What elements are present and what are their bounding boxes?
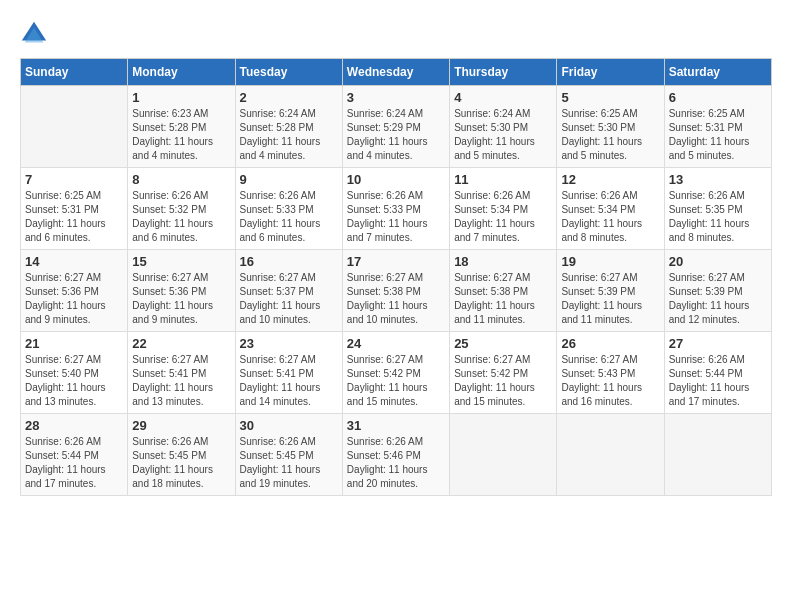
calendar-cell: 12Sunrise: 6:26 AM Sunset: 5:34 PM Dayli… bbox=[557, 168, 664, 250]
day-info: Sunrise: 6:26 AM Sunset: 5:33 PM Dayligh… bbox=[347, 189, 445, 245]
day-number: 11 bbox=[454, 172, 552, 187]
weekday-header-saturday: Saturday bbox=[664, 59, 771, 86]
day-number: 30 bbox=[240, 418, 338, 433]
calendar-cell: 8Sunrise: 6:26 AM Sunset: 5:32 PM Daylig… bbox=[128, 168, 235, 250]
day-info: Sunrise: 6:26 AM Sunset: 5:34 PM Dayligh… bbox=[561, 189, 659, 245]
day-info: Sunrise: 6:26 AM Sunset: 5:44 PM Dayligh… bbox=[25, 435, 123, 491]
day-info: Sunrise: 6:27 AM Sunset: 5:39 PM Dayligh… bbox=[561, 271, 659, 327]
day-info: Sunrise: 6:27 AM Sunset: 5:41 PM Dayligh… bbox=[132, 353, 230, 409]
day-number: 22 bbox=[132, 336, 230, 351]
day-number: 26 bbox=[561, 336, 659, 351]
calendar-cell: 11Sunrise: 6:26 AM Sunset: 5:34 PM Dayli… bbox=[450, 168, 557, 250]
day-number: 5 bbox=[561, 90, 659, 105]
calendar-cell: 29Sunrise: 6:26 AM Sunset: 5:45 PM Dayli… bbox=[128, 414, 235, 496]
calendar-cell: 21Sunrise: 6:27 AM Sunset: 5:40 PM Dayli… bbox=[21, 332, 128, 414]
calendar-table: SundayMondayTuesdayWednesdayThursdayFrid… bbox=[20, 58, 772, 496]
logo bbox=[20, 20, 52, 48]
page-header bbox=[20, 20, 772, 48]
day-number: 15 bbox=[132, 254, 230, 269]
calendar-cell: 3Sunrise: 6:24 AM Sunset: 5:29 PM Daylig… bbox=[342, 86, 449, 168]
day-number: 3 bbox=[347, 90, 445, 105]
calendar-cell: 23Sunrise: 6:27 AM Sunset: 5:41 PM Dayli… bbox=[235, 332, 342, 414]
day-number: 8 bbox=[132, 172, 230, 187]
day-number: 20 bbox=[669, 254, 767, 269]
calendar-cell bbox=[450, 414, 557, 496]
weekday-header-wednesday: Wednesday bbox=[342, 59, 449, 86]
day-info: Sunrise: 6:23 AM Sunset: 5:28 PM Dayligh… bbox=[132, 107, 230, 163]
day-info: Sunrise: 6:27 AM Sunset: 5:40 PM Dayligh… bbox=[25, 353, 123, 409]
day-number: 1 bbox=[132, 90, 230, 105]
day-info: Sunrise: 6:27 AM Sunset: 5:36 PM Dayligh… bbox=[25, 271, 123, 327]
day-info: Sunrise: 6:25 AM Sunset: 5:31 PM Dayligh… bbox=[25, 189, 123, 245]
calendar-cell: 7Sunrise: 6:25 AM Sunset: 5:31 PM Daylig… bbox=[21, 168, 128, 250]
day-number: 25 bbox=[454, 336, 552, 351]
logo-icon bbox=[20, 20, 48, 48]
calendar-cell: 10Sunrise: 6:26 AM Sunset: 5:33 PM Dayli… bbox=[342, 168, 449, 250]
weekday-header-row: SundayMondayTuesdayWednesdayThursdayFrid… bbox=[21, 59, 772, 86]
day-info: Sunrise: 6:26 AM Sunset: 5:33 PM Dayligh… bbox=[240, 189, 338, 245]
day-info: Sunrise: 6:27 AM Sunset: 5:38 PM Dayligh… bbox=[347, 271, 445, 327]
calendar-cell: 31Sunrise: 6:26 AM Sunset: 5:46 PM Dayli… bbox=[342, 414, 449, 496]
day-info: Sunrise: 6:26 AM Sunset: 5:45 PM Dayligh… bbox=[132, 435, 230, 491]
calendar-cell: 28Sunrise: 6:26 AM Sunset: 5:44 PM Dayli… bbox=[21, 414, 128, 496]
day-number: 19 bbox=[561, 254, 659, 269]
day-info: Sunrise: 6:24 AM Sunset: 5:30 PM Dayligh… bbox=[454, 107, 552, 163]
calendar-body: 1Sunrise: 6:23 AM Sunset: 5:28 PM Daylig… bbox=[21, 86, 772, 496]
day-info: Sunrise: 6:27 AM Sunset: 5:41 PM Dayligh… bbox=[240, 353, 338, 409]
day-info: Sunrise: 6:26 AM Sunset: 5:46 PM Dayligh… bbox=[347, 435, 445, 491]
calendar-cell: 5Sunrise: 6:25 AM Sunset: 5:30 PM Daylig… bbox=[557, 86, 664, 168]
calendar-cell: 9Sunrise: 6:26 AM Sunset: 5:33 PM Daylig… bbox=[235, 168, 342, 250]
day-info: Sunrise: 6:27 AM Sunset: 5:42 PM Dayligh… bbox=[454, 353, 552, 409]
calendar-cell: 2Sunrise: 6:24 AM Sunset: 5:28 PM Daylig… bbox=[235, 86, 342, 168]
day-number: 10 bbox=[347, 172, 445, 187]
day-info: Sunrise: 6:24 AM Sunset: 5:29 PM Dayligh… bbox=[347, 107, 445, 163]
day-info: Sunrise: 6:27 AM Sunset: 5:37 PM Dayligh… bbox=[240, 271, 338, 327]
calendar-cell: 24Sunrise: 6:27 AM Sunset: 5:42 PM Dayli… bbox=[342, 332, 449, 414]
calendar-week-row: 21Sunrise: 6:27 AM Sunset: 5:40 PM Dayli… bbox=[21, 332, 772, 414]
day-info: Sunrise: 6:27 AM Sunset: 5:36 PM Dayligh… bbox=[132, 271, 230, 327]
day-info: Sunrise: 6:24 AM Sunset: 5:28 PM Dayligh… bbox=[240, 107, 338, 163]
day-info: Sunrise: 6:26 AM Sunset: 5:45 PM Dayligh… bbox=[240, 435, 338, 491]
weekday-header-monday: Monday bbox=[128, 59, 235, 86]
day-info: Sunrise: 6:25 AM Sunset: 5:31 PM Dayligh… bbox=[669, 107, 767, 163]
calendar-header: SundayMondayTuesdayWednesdayThursdayFrid… bbox=[21, 59, 772, 86]
day-number: 4 bbox=[454, 90, 552, 105]
calendar-week-row: 7Sunrise: 6:25 AM Sunset: 5:31 PM Daylig… bbox=[21, 168, 772, 250]
calendar-cell: 26Sunrise: 6:27 AM Sunset: 5:43 PM Dayli… bbox=[557, 332, 664, 414]
calendar-cell: 20Sunrise: 6:27 AM Sunset: 5:39 PM Dayli… bbox=[664, 250, 771, 332]
day-number: 16 bbox=[240, 254, 338, 269]
day-info: Sunrise: 6:26 AM Sunset: 5:32 PM Dayligh… bbox=[132, 189, 230, 245]
day-number: 12 bbox=[561, 172, 659, 187]
day-number: 27 bbox=[669, 336, 767, 351]
day-info: Sunrise: 6:27 AM Sunset: 5:39 PM Dayligh… bbox=[669, 271, 767, 327]
day-number: 18 bbox=[454, 254, 552, 269]
day-number: 21 bbox=[25, 336, 123, 351]
calendar-cell: 14Sunrise: 6:27 AM Sunset: 5:36 PM Dayli… bbox=[21, 250, 128, 332]
day-number: 23 bbox=[240, 336, 338, 351]
weekday-header-friday: Friday bbox=[557, 59, 664, 86]
day-info: Sunrise: 6:26 AM Sunset: 5:44 PM Dayligh… bbox=[669, 353, 767, 409]
calendar-cell: 16Sunrise: 6:27 AM Sunset: 5:37 PM Dayli… bbox=[235, 250, 342, 332]
calendar-cell: 27Sunrise: 6:26 AM Sunset: 5:44 PM Dayli… bbox=[664, 332, 771, 414]
calendar-cell bbox=[557, 414, 664, 496]
calendar-cell: 22Sunrise: 6:27 AM Sunset: 5:41 PM Dayli… bbox=[128, 332, 235, 414]
day-info: Sunrise: 6:27 AM Sunset: 5:42 PM Dayligh… bbox=[347, 353, 445, 409]
day-number: 17 bbox=[347, 254, 445, 269]
day-number: 14 bbox=[25, 254, 123, 269]
day-number: 7 bbox=[25, 172, 123, 187]
calendar-cell bbox=[21, 86, 128, 168]
calendar-cell: 17Sunrise: 6:27 AM Sunset: 5:38 PM Dayli… bbox=[342, 250, 449, 332]
calendar-cell: 6Sunrise: 6:25 AM Sunset: 5:31 PM Daylig… bbox=[664, 86, 771, 168]
calendar-cell: 4Sunrise: 6:24 AM Sunset: 5:30 PM Daylig… bbox=[450, 86, 557, 168]
weekday-header-tuesday: Tuesday bbox=[235, 59, 342, 86]
day-info: Sunrise: 6:26 AM Sunset: 5:34 PM Dayligh… bbox=[454, 189, 552, 245]
calendar-cell: 25Sunrise: 6:27 AM Sunset: 5:42 PM Dayli… bbox=[450, 332, 557, 414]
day-number: 31 bbox=[347, 418, 445, 433]
day-number: 9 bbox=[240, 172, 338, 187]
calendar-cell: 1Sunrise: 6:23 AM Sunset: 5:28 PM Daylig… bbox=[128, 86, 235, 168]
calendar-cell: 15Sunrise: 6:27 AM Sunset: 5:36 PM Dayli… bbox=[128, 250, 235, 332]
weekday-header-sunday: Sunday bbox=[21, 59, 128, 86]
day-info: Sunrise: 6:27 AM Sunset: 5:43 PM Dayligh… bbox=[561, 353, 659, 409]
calendar-cell bbox=[664, 414, 771, 496]
day-number: 29 bbox=[132, 418, 230, 433]
